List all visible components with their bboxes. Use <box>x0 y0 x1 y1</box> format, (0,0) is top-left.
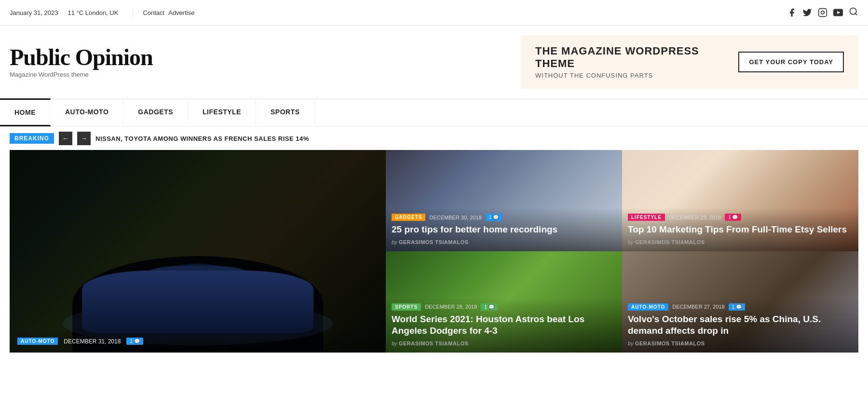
article-date: DECEMBER 27, 2018 <box>672 304 724 310</box>
ad-title: THE MAGAZINE WORDPRESS THEME <box>535 45 719 70</box>
article-tag: AUTO-MOTO <box>628 303 668 311</box>
article-comments: 1 💬 <box>486 214 502 221</box>
weather-label: 11 °C London, UK <box>68 9 133 16</box>
top-bar: January 31, 2023 11 °C London, UK Contac… <box>0 0 868 26</box>
article-tag: SPORTS <box>392 303 421 311</box>
ad-text: THE MAGAZINE WORDPRESS THEME WITHOUT THE… <box>535 45 719 79</box>
breaking-label: BREAKING <box>10 133 54 144</box>
main-grid: AUTO-MOTO DECEMBER 31, 2018 1 💬 GADGETS … <box>10 150 858 353</box>
contact-link[interactable]: Contact <box>143 9 164 16</box>
logo-section: Public Opinion Magazine WordPress theme <box>10 46 153 78</box>
nav-link-gadgets[interactable]: GADGETS <box>123 99 188 124</box>
breaking-next-button[interactable]: → <box>77 132 91 145</box>
site-subtitle: Magazine WordPress theme <box>10 71 153 78</box>
breaking-bar: BREAKING ← → NISSAN, TOYOTA AMONG WINNER… <box>0 127 868 150</box>
ad-cta-button[interactable]: GET YOUR COPY TODAY <box>738 52 844 72</box>
ad-banner: THE MAGAZINE WORDPRESS THEME WITHOUT THE… <box>521 35 858 89</box>
article-tag: GADGETS <box>392 214 425 221</box>
nav-item-sports: SPORTS <box>256 99 315 126</box>
breaking-text: NISSAN, TOYOTA AMONG WINNERS AS FRENCH S… <box>95 135 309 142</box>
svg-line-5 <box>855 13 857 15</box>
article-author: by GERASIMOS TSIAMALOS <box>628 340 853 347</box>
article-card-1[interactable]: LIFESTYLE DECEMBER 29, 2018 1 💬 Top 10 M… <box>622 150 858 251</box>
articles-grid: GADGETS DECEMBER 30, 2018 1 💬 25 pro tip… <box>386 150 858 353</box>
featured-comments: 1 💬 <box>126 338 143 345</box>
article-author: by GERASIMOS TSIAMALOS <box>392 239 616 245</box>
article-meta: SPORTS DECEMBER 28, 2018 1 💬 <box>392 303 616 311</box>
article-overlay: GADGETS DECEMBER 30, 2018 1 💬 25 pro tip… <box>386 208 622 251</box>
nav-item-automoto: AUTO-MOTO <box>51 99 123 126</box>
top-bar-links: Contact Advertise <box>143 9 194 16</box>
search-icon[interactable] <box>849 7 858 19</box>
featured-article[interactable]: AUTO-MOTO DECEMBER 31, 2018 1 💬 <box>10 150 386 353</box>
article-card-0[interactable]: GADGETS DECEMBER 30, 2018 1 💬 25 pro tip… <box>386 150 622 251</box>
nav-item-gadgets: GADGETS <box>123 99 188 126</box>
article-tag: LIFESTYLE <box>628 214 665 221</box>
featured-tag: AUTO-MOTO <box>17 338 58 345</box>
article-author: by GERASIMOS TSIAMALOS <box>628 239 853 245</box>
article-overlay: LIFESTYLE DECEMBER 29, 2018 1 💬 Top 10 M… <box>622 208 858 251</box>
date-label: January 31, 2023 <box>10 9 68 16</box>
article-card-2[interactable]: SPORTS DECEMBER 28, 2018 1 💬 World Serie… <box>386 251 622 353</box>
article-comments: 1 💬 <box>725 214 741 221</box>
nav-item-home: HOME <box>0 99 51 126</box>
article-author: by GERASIMOS TSIAMALOS <box>392 340 616 347</box>
article-date: DECEMBER 28, 2018 <box>425 304 477 310</box>
site-title[interactable]: Public Opinion <box>10 46 153 69</box>
article-meta: GADGETS DECEMBER 30, 2018 1 💬 <box>392 214 616 221</box>
svg-rect-0 <box>819 9 827 17</box>
article-overlay: SPORTS DECEMBER 28, 2018 1 💬 World Serie… <box>386 298 622 353</box>
instagram-icon[interactable] <box>818 8 827 17</box>
nav-link-home[interactable]: HOME <box>0 98 51 126</box>
nav-link-sports[interactable]: SPORTS <box>256 99 315 124</box>
advertise-link[interactable]: Advertise <box>168 9 194 16</box>
article-title: Volvo's October sales rise 5% as China, … <box>628 313 853 337</box>
breaking-prev-button[interactable]: ← <box>59 132 72 145</box>
article-comments: 1 💬 <box>481 303 497 311</box>
svg-point-4 <box>850 8 856 14</box>
top-bar-left: January 31, 2023 11 °C London, UK Contac… <box>10 9 194 16</box>
article-meta: LIFESTYLE DECEMBER 29, 2018 1 💬 <box>628 214 853 221</box>
main-nav: HOMEAUTO-MOTOGADGETSLIFESTYLESPORTS <box>0 98 868 127</box>
nav-link-auto-moto[interactable]: AUTO-MOTO <box>51 99 123 124</box>
twitter-icon[interactable] <box>802 8 812 17</box>
article-card-3[interactable]: AUTO-MOTO DECEMBER 27, 2018 1 💬 Volvo's … <box>622 251 858 353</box>
header: Public Opinion Magazine WordPress theme … <box>0 26 868 98</box>
nav-item-lifestyle: LIFESTYLE <box>188 99 256 126</box>
nav-link-lifestyle[interactable]: LIFESTYLE <box>188 99 256 124</box>
youtube-icon[interactable] <box>833 8 843 17</box>
featured-date: DECEMBER 31, 2018 <box>64 338 121 345</box>
article-meta: AUTO-MOTO DECEMBER 27, 2018 1 💬 <box>628 303 853 311</box>
article-comments: 1 💬 <box>729 303 745 311</box>
facebook-icon[interactable] <box>787 8 797 17</box>
article-date: DECEMBER 29, 2018 <box>669 215 721 220</box>
featured-overlay: AUTO-MOTO DECEMBER 31, 2018 1 💬 <box>10 330 386 353</box>
article-title: World Series 2021: Houston Astros beat L… <box>392 313 616 337</box>
featured-image <box>10 150 386 353</box>
ad-subtitle: WITHOUT THE CONFUSING PARTS <box>535 72 719 79</box>
top-bar-right <box>787 7 858 19</box>
article-title: 25 pro tips for better home recordings <box>392 224 616 236</box>
article-title: Top 10 Marketing Tips From Full-Time Ets… <box>628 224 853 236</box>
article-overlay: AUTO-MOTO DECEMBER 27, 2018 1 💬 Volvo's … <box>622 298 858 353</box>
article-date: DECEMBER 30, 2018 <box>429 215 481 220</box>
